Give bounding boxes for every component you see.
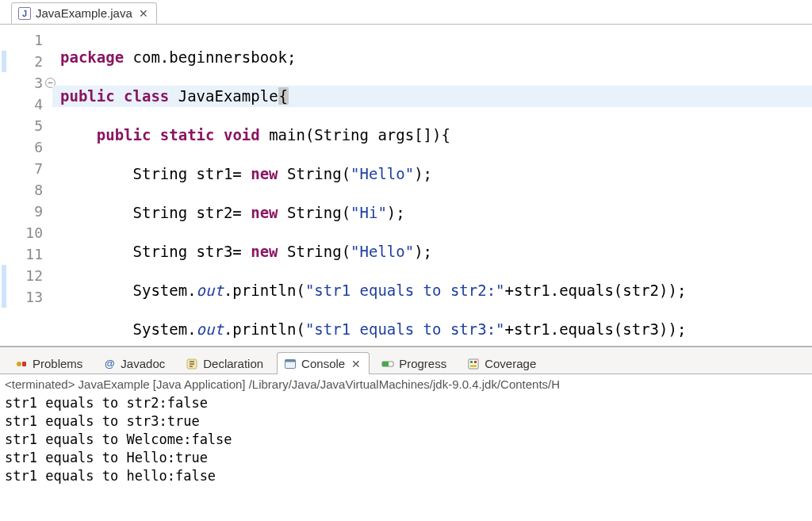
line-number[interactable]: 9 bbox=[0, 201, 52, 222]
view-tab-bar: Problems @ Javadoc Declaration Console ✕… bbox=[0, 347, 812, 374]
editor-pane: J JavaExample.java ✕ 1 2 3− 4 5 6 7 8 9 … bbox=[0, 0, 812, 347]
line-number[interactable]: 8 bbox=[0, 179, 52, 201]
line-number-gutter: 1 2 3− 4 5 6 7 8 9 10 11 12 13 bbox=[0, 25, 52, 346]
line-number[interactable]: 5 bbox=[0, 115, 52, 136]
svg-rect-10 bbox=[470, 365, 477, 367]
line-number[interactable]: 10 bbox=[0, 222, 52, 243]
line-number[interactable]: 11 bbox=[0, 243, 52, 265]
tab-label: Progress bbox=[399, 357, 446, 370]
svg-rect-7 bbox=[469, 359, 478, 369]
svg-point-0 bbox=[17, 362, 21, 366]
line-number[interactable]: 6 bbox=[0, 136, 52, 158]
console-line: str1 equals to str2:false bbox=[5, 394, 807, 412]
console-line: str1 equals to str3:true bbox=[5, 412, 807, 431]
java-file-icon: J bbox=[18, 7, 31, 20]
console-line: str1 equals to Hello:true bbox=[5, 449, 807, 467]
tab-label: Coverage bbox=[485, 357, 536, 370]
console-launch-header: <terminated> JavaExample [Java Applicati… bbox=[5, 376, 807, 394]
tab-label: Console bbox=[301, 357, 345, 370]
coverage-icon bbox=[467, 358, 480, 370]
line-number[interactable]: 4 bbox=[0, 94, 52, 115]
progress-icon bbox=[381, 358, 394, 370]
line-number[interactable]: 1 bbox=[0, 29, 52, 51]
editor-tab-filename: JavaExample.java bbox=[36, 6, 132, 20]
close-icon[interactable]: ✕ bbox=[139, 7, 148, 20]
tab-coverage[interactable]: Coverage bbox=[460, 352, 545, 374]
tab-label: Declaration bbox=[203, 357, 263, 370]
svg-rect-9 bbox=[474, 361, 477, 363]
line-number[interactable]: 3− bbox=[0, 72, 52, 94]
tab-declaration[interactable]: Declaration bbox=[178, 352, 272, 374]
console-output[interactable]: <terminated> JavaExample [Java Applicati… bbox=[0, 374, 812, 521]
console-line: str1 equals to Welcome:false bbox=[5, 431, 807, 449]
svg-rect-8 bbox=[470, 361, 473, 363]
line-number[interactable]: 13 bbox=[0, 286, 52, 308]
declaration-icon bbox=[186, 358, 198, 370]
close-icon[interactable]: ✕ bbox=[351, 358, 361, 370]
code-text-area[interactable]: package com.beginnersbook; public class … bbox=[52, 25, 812, 346]
problems-icon bbox=[15, 358, 28, 370]
console-icon bbox=[284, 358, 297, 370]
tab-label: Javadoc bbox=[121, 357, 165, 370]
line-number[interactable]: 2 bbox=[0, 51, 52, 72]
svg-rect-4 bbox=[285, 359, 296, 362]
javadoc-icon: @ bbox=[103, 358, 116, 370]
console-line: str1 equals to hello:false bbox=[5, 467, 807, 485]
tab-problems[interactable]: Problems bbox=[8, 352, 91, 374]
tab-console[interactable]: Console ✕ bbox=[277, 352, 370, 374]
editor-body: 1 2 3− 4 5 6 7 8 9 10 11 12 13 package c… bbox=[0, 24, 812, 346]
editor-tab-javaexample[interactable]: J JavaExample.java ✕ bbox=[11, 2, 157, 24]
tab-javadoc[interactable]: @ Javadoc bbox=[96, 352, 174, 374]
svg-rect-6 bbox=[382, 362, 389, 366]
bottom-views-pane: Problems @ Javadoc Declaration Console ✕… bbox=[0, 347, 812, 521]
line-number[interactable]: 12 bbox=[0, 265, 52, 286]
tab-label: Problems bbox=[33, 357, 82, 370]
svg-rect-1 bbox=[22, 362, 26, 366]
editor-tab-bar: J JavaExample.java ✕ bbox=[0, 0, 812, 24]
line-number[interactable]: 7 bbox=[0, 158, 52, 179]
tab-progress[interactable]: Progress bbox=[374, 352, 455, 374]
